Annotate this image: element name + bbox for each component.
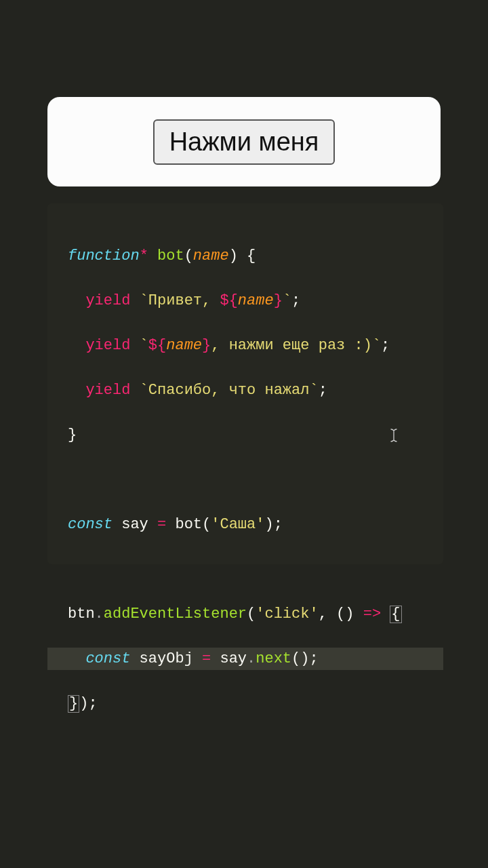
matching-brace-open: { bbox=[390, 606, 401, 623]
kw-function: function bbox=[68, 248, 140, 264]
press-me-button[interactable]: Нажми меня bbox=[153, 119, 336, 165]
matching-brace-close: } bbox=[68, 695, 79, 713]
demo-card: Нажми меня bbox=[47, 97, 441, 186]
active-line: const sayObj = say.next(); bbox=[47, 648, 443, 670]
code-block: function* bot(name) { yield `Привет, ${n… bbox=[47, 222, 443, 782]
code-editor[interactable]: function* bot(name) { yield `Привет, ${n… bbox=[47, 203, 443, 564]
